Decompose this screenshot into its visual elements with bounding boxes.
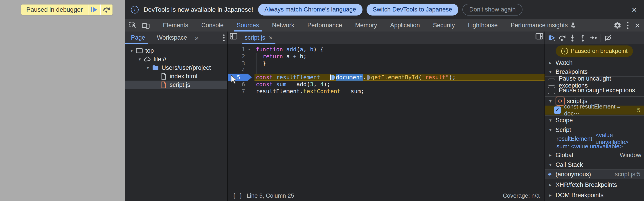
tab-security[interactable]: Security xyxy=(426,19,462,32)
code-line-3[interactable]: 3 } xyxy=(228,60,544,67)
tab-memory[interactable]: Memory xyxy=(348,19,384,32)
section-watch[interactable]: ▸ Watch xyxy=(545,58,644,67)
section-call-stack[interactable]: ▾ Call Stack xyxy=(545,160,644,170)
step-button[interactable] xyxy=(588,33,598,42)
tab-performance-insights[interactable]: Performance insights xyxy=(504,19,582,32)
editor-tab-scriptjs[interactable]: script.js × xyxy=(240,32,278,44)
step-into-button[interactable] xyxy=(568,33,577,42)
checkbox-unchecked[interactable] xyxy=(548,78,555,86)
toggle-navigator-icon[interactable] xyxy=(229,32,238,41)
notification-button-2[interactable]: Don't show again xyxy=(462,4,522,16)
mouse-cursor xyxy=(230,74,238,85)
step-over-button[interactable] xyxy=(101,4,112,15)
line-number[interactable]: 4 xyxy=(228,67,245,74)
editor-tab-bar: script.js × xyxy=(228,32,544,44)
section-scope[interactable]: ▾ Scope xyxy=(545,116,644,125)
navigator-kebab-icon[interactable] xyxy=(220,34,227,41)
code-text: const resultElement = document.getElemen… xyxy=(254,74,544,81)
gutter[interactable]: 2 xyxy=(228,53,254,60)
tab-elements[interactable]: Elements xyxy=(156,19,195,32)
deactivate-breakpoints-icon[interactable] xyxy=(604,33,613,42)
watch-label: Watch xyxy=(556,60,573,66)
file-navigator: Page Workspace » ▾top▾file://▾Users/user… xyxy=(125,32,228,201)
tab-workspace[interactable]: Workspace xyxy=(151,32,193,44)
settings-gear-icon[interactable] xyxy=(613,21,622,30)
active-frame-arrow-icon xyxy=(547,171,553,177)
line-number[interactable]: 3 xyxy=(228,60,245,66)
chevron-right-icon: ▸ xyxy=(548,192,553,198)
scope-global-group[interactable]: ▸ Global Window xyxy=(545,150,644,160)
tab-sources[interactable]: Sources xyxy=(230,19,266,32)
tab-performance[interactable]: Performance xyxy=(301,19,349,32)
more-tabs-icon[interactable]: » xyxy=(193,32,200,44)
panel-tabs: ElementsConsoleSourcesNetworkPerformance… xyxy=(156,19,582,32)
pause-uncaught-exceptions-row[interactable]: Pause on uncaught exceptions xyxy=(545,78,644,86)
toggle-debugger-sidebar-icon[interactable] xyxy=(535,32,544,41)
checkbox-unchecked[interactable] xyxy=(548,87,555,94)
more-options-kebab-icon[interactable] xyxy=(624,22,631,29)
tree-expander-icon[interactable]: ▾ xyxy=(144,65,151,70)
tree-item-file-[interactable]: ▾file:// xyxy=(125,55,227,64)
tree-item-script.js[interactable]: script.js xyxy=(125,80,227,89)
cloud-icon xyxy=(143,56,152,62)
source-code-view[interactable]: 1▾function add(a, b) {2 return a + b;3 }… xyxy=(228,44,544,190)
line-number[interactable]: 1 xyxy=(228,46,245,53)
tab-label: Security xyxy=(433,22,455,29)
code-line-1[interactable]: 1▾function add(a, b) { xyxy=(228,46,544,53)
gutter[interactable]: 7 xyxy=(228,88,254,95)
step-out-button[interactable] xyxy=(578,33,588,42)
folder-icon xyxy=(151,64,160,71)
device-toolbar-icon[interactable] xyxy=(141,21,150,30)
scope-variable-row[interactable]: resultElement : <value unavailable> xyxy=(545,135,644,142)
section-xhr-breakpoints[interactable]: ▸ XHR/fetch Breakpoints xyxy=(545,180,644,189)
sources-panel: Page Workspace » ▾top▾file://▾Users/user… xyxy=(125,32,644,201)
pretty-print-icon[interactable]: { } xyxy=(232,192,242,199)
gutter[interactable]: 3 xyxy=(228,60,254,67)
tab-console[interactable]: Console xyxy=(195,19,230,32)
fold-arrow-icon[interactable]: ▾ xyxy=(245,47,253,52)
notification-button-1[interactable]: Switch DevTools to Japanese xyxy=(366,4,458,16)
line-number[interactable]: 2 xyxy=(228,53,245,60)
code-line-6[interactable]: 6const sum = add(3, 4); xyxy=(228,81,544,88)
frame-name: (anonymous) xyxy=(556,171,591,178)
tree-item-top[interactable]: ▾top xyxy=(125,46,227,55)
code-line-2[interactable]: 2 return a + b; xyxy=(228,53,544,60)
file-icon xyxy=(159,73,168,80)
tab-page[interactable]: Page xyxy=(125,32,151,44)
tab-network[interactable]: Network xyxy=(266,19,301,32)
checkbox-checked[interactable]: ✓ xyxy=(554,106,561,114)
code-token: . xyxy=(363,74,366,80)
notification-close-icon[interactable]: × xyxy=(630,5,638,14)
line-number[interactable]: 7 xyxy=(228,88,245,94)
resume-button[interactable] xyxy=(547,33,556,42)
pause-caught-exceptions-row[interactable]: Pause on caught exceptions xyxy=(545,86,644,94)
code-line-4[interactable]: 4 xyxy=(228,67,544,74)
resume-script-button[interactable] xyxy=(88,4,100,15)
gutter[interactable]: 4 xyxy=(228,67,254,74)
tree-item-index.html[interactable]: index.html xyxy=(125,72,227,80)
notification-button-0[interactable]: Always match Chrome's language xyxy=(258,4,362,16)
scope-variable-row[interactable]: sum : <value unavailable> xyxy=(545,142,644,150)
chevron-down-icon: ▾ xyxy=(548,98,553,104)
tree-item-label: Users/user/project xyxy=(162,64,211,71)
toolbar-right-icons: × xyxy=(613,19,644,32)
call-stack-frame[interactable]: (anonymous) script.js:5 xyxy=(545,170,644,179)
code-token: const xyxy=(256,74,276,80)
gutter[interactable]: 1▾ xyxy=(228,46,254,53)
inspect-element-icon[interactable] xyxy=(128,21,138,30)
code-line-5[interactable]: 5const resultElement = document.getEleme… xyxy=(228,74,544,81)
code-token: = sum; xyxy=(340,88,364,94)
tab-close-icon[interactable]: × xyxy=(269,34,273,42)
tree-expander-icon[interactable]: ▾ xyxy=(136,56,143,62)
section-dom-breakpoints[interactable]: ▸ DOM Breakpoints xyxy=(545,191,644,200)
tree-item-label: top xyxy=(145,47,154,54)
breakpoint-entry[interactable]: ✓ const resultElement = doc⋯ 5 xyxy=(545,106,644,114)
tree-item-users-user-project[interactable]: ▾Users/user/project xyxy=(125,64,227,72)
code-line-7[interactable]: 7resultElement.textContent = sum; xyxy=(228,88,544,95)
step-over-button[interactable] xyxy=(557,33,567,42)
tab-lighthouse[interactable]: Lighthouse xyxy=(461,19,504,32)
tree-expander-icon[interactable]: ▾ xyxy=(128,48,135,53)
code-token: textContent xyxy=(303,88,341,94)
devtools-close-icon[interactable]: × xyxy=(634,21,641,30)
tab-application[interactable]: Application xyxy=(384,19,426,32)
